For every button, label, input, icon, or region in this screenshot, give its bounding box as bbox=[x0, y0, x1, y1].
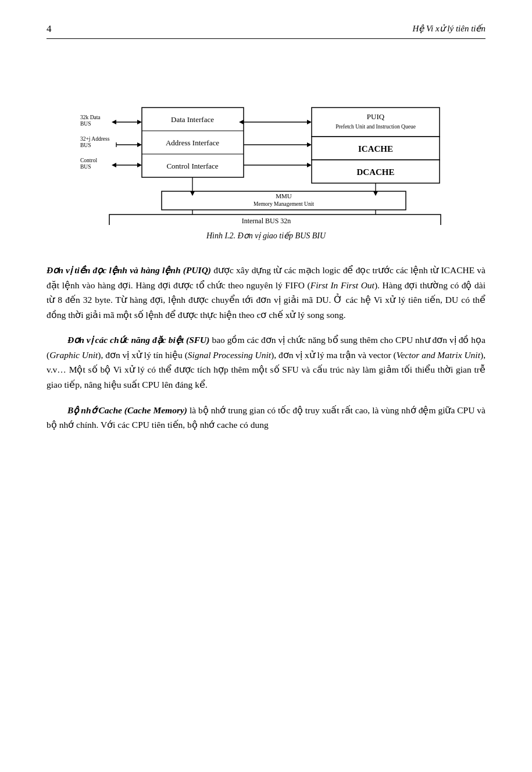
diagram-container: 32k Data BUS 32+j Address BUS Control BU… bbox=[47, 56, 485, 257]
svg-marker-13 bbox=[137, 163, 142, 167]
page-title: Hệ Vi xử lý tiên tiến bbox=[412, 23, 485, 34]
svg-marker-23 bbox=[307, 120, 312, 124]
svg-text:Data Interface: Data Interface bbox=[171, 115, 214, 124]
svg-text:Control Interface: Control Interface bbox=[166, 162, 218, 170]
paragraph-2: Đơn vị các chức năng đặc biệt (SFU) bao … bbox=[47, 333, 485, 392]
svg-text:ICACHE: ICACHE bbox=[358, 144, 392, 153]
page-header: 4 Hệ Vi xử lý tiên tiến bbox=[47, 23, 485, 39]
svg-text:Control: Control bbox=[80, 158, 97, 163]
paragraph-2-heading: Đơn vị các chức năng đặc biệt (SFU) bbox=[67, 335, 209, 345]
svg-text:PUIQ: PUIQ bbox=[366, 112, 384, 121]
diagram-caption: Hình I.2. Đơn vị giao tiếp BUS BIU bbox=[206, 231, 326, 241]
page-number: 4 bbox=[47, 23, 52, 35]
svg-marker-10 bbox=[137, 142, 142, 147]
svg-marker-14 bbox=[112, 163, 116, 167]
svg-text:MMU: MMU bbox=[276, 192, 292, 199]
svg-marker-7 bbox=[137, 120, 142, 124]
paragraph-3-heading: Bộ nhớ Cache (Cache Memory) bbox=[67, 405, 187, 415]
paragraph-1-heading: Đơn vị tiền đọc lệnh và hàng lệnh (PUIQ) bbox=[47, 265, 211, 275]
svg-text:32k Data: 32k Data bbox=[80, 115, 101, 120]
text-body: Đơn vị tiền đọc lệnh và hàng lệnh (PUIQ)… bbox=[47, 263, 485, 433]
svg-text:DCACHE: DCACHE bbox=[356, 167, 394, 177]
svg-text:BUS: BUS bbox=[80, 164, 91, 170]
svg-text:BUS: BUS bbox=[80, 142, 91, 148]
paragraph-1: Đơn vị tiền đọc lệnh và hàng lệnh (PUIQ)… bbox=[47, 263, 485, 322]
paragraph-3: Bộ nhớ Cache (Cache Memory) là bộ nhớ tr… bbox=[47, 403, 485, 433]
svg-text:Prefetch Unit and Instruction : Prefetch Unit and Instruction Queue bbox=[335, 124, 416, 130]
svg-text:BUS: BUS bbox=[80, 121, 91, 127]
svg-text:Internal BUS    32n: Internal BUS 32n bbox=[241, 217, 291, 225]
diagram-svg: 32k Data BUS 32+j Address BUS Control BU… bbox=[74, 56, 458, 227]
svg-marker-27 bbox=[307, 163, 312, 167]
svg-text:Address Interface: Address Interface bbox=[165, 138, 219, 147]
svg-text:Memory Management Unit: Memory Management Unit bbox=[253, 201, 314, 207]
svg-marker-8 bbox=[112, 120, 116, 124]
svg-marker-25 bbox=[307, 142, 312, 147]
svg-text:32+j Address: 32+j Address bbox=[80, 136, 110, 142]
